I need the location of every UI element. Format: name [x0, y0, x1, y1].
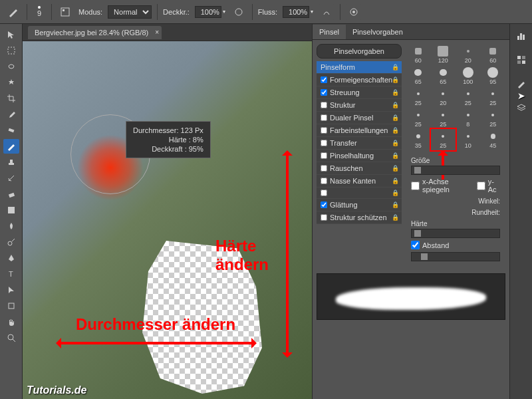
brush-preset[interactable]: 10 — [456, 129, 481, 150]
brush-size-preview[interactable]: 9 — [33, 5, 46, 19]
brush-tooltip: Durchmesser: 123 Px Härte : 8% Deckkraft… — [126, 121, 211, 158]
eraser-tool[interactable] — [3, 187, 19, 201]
crop-tool[interactable] — [3, 91, 19, 106]
histogram-icon[interactable] — [515, 29, 528, 43]
lock-icon: 🔒 — [392, 114, 399, 121]
mode-select[interactable]: Normal — [108, 5, 152, 19]
shape-checkbox[interactable] — [321, 89, 327, 96]
brush-preset[interactable]: 120 — [431, 44, 456, 65]
shape-option[interactable]: Rauschen🔒 — [317, 162, 402, 175]
lasso-tool[interactable] — [3, 59, 19, 74]
shape-checkbox[interactable] — [321, 165, 327, 172]
history-brush-tool[interactable] — [3, 171, 19, 186]
brush-preset[interactable]: 25 — [481, 86, 506, 108]
shape-option[interactable]: 🔒 — [317, 188, 402, 199]
tab-pinselvorgaben[interactable]: Pinselvorgaben — [346, 25, 410, 39]
heal-tool[interactable] — [3, 123, 19, 138]
document-tab[interactable]: Bergviecher.jpg bei 28.4% (RGB/8) × — [28, 26, 162, 39]
brush-preset[interactable]: 25 — [481, 108, 506, 129]
pen-tool[interactable] — [3, 251, 19, 265]
hardness-slider[interactable] — [411, 229, 500, 238]
shape-option[interactable]: Struktur🔒 — [317, 99, 402, 112]
shape-option[interactable]: Transfer🔒 — [317, 137, 402, 150]
shape-checkbox[interactable] — [321, 190, 327, 196]
pressure-size-icon[interactable] — [346, 4, 362, 20]
shape-checkbox[interactable] — [321, 114, 327, 121]
brush-preset[interactable]: 25 — [406, 86, 431, 108]
close-icon[interactable]: × — [155, 29, 159, 36]
blur-tool[interactable] — [3, 219, 19, 233]
brush-presets-icon[interactable] — [515, 77, 528, 90]
brush-preset[interactable]: 65 — [406, 65, 431, 86]
brush-preset[interactable]: 25 — [431, 129, 456, 150]
shape-checkbox[interactable] — [321, 178, 327, 184]
brush-preset[interactable]: 95 — [481, 65, 506, 86]
shape-option[interactable]: Pinselform🔒 — [317, 61, 402, 74]
dodge-tool[interactable] — [3, 235, 19, 249]
gradient-tool[interactable] — [3, 203, 19, 217]
brush-preset[interactable]: 25 — [456, 86, 481, 108]
brush-preset[interactable]: 8 — [456, 108, 481, 129]
harte-text: Härte ändern — [215, 237, 312, 274]
shape-option[interactable]: Glättung🔒 — [317, 199, 402, 211]
flow-input[interactable] — [283, 6, 309, 18]
size-slider[interactable] — [411, 166, 500, 175]
brush-preset[interactable]: 45 — [481, 129, 506, 150]
brush-preset[interactable]: 60 — [481, 44, 506, 65]
shape-checkbox[interactable] — [321, 127, 327, 134]
marquee-tool[interactable] — [3, 43, 19, 58]
shape-option[interactable]: Farbeinstellungen🔒 — [317, 124, 402, 137]
move-tool[interactable] — [3, 27, 19, 42]
eyedropper-tool[interactable] — [3, 107, 19, 122]
pinselvorgaben-button[interactable]: Pinselvorgaben — [317, 44, 402, 59]
shape-checkbox[interactable] — [321, 140, 327, 146]
layers-icon[interactable] — [515, 101, 528, 114]
pressure-opacity-icon[interactable] — [231, 4, 247, 20]
type-tool[interactable]: T — [3, 267, 19, 281]
brush-tool[interactable] — [3, 139, 19, 154]
svg-point-2 — [235, 9, 242, 15]
brush-preset[interactable]: 100 — [456, 65, 481, 86]
brush-preset[interactable]: 20 — [431, 86, 456, 108]
flip-y-checkbox[interactable] — [477, 182, 485, 190]
shape-option[interactable]: Pinselhaltung🔒 — [317, 150, 402, 162]
opacity-input[interactable] — [195, 6, 221, 18]
shape-option[interactable]: Formeigenschaften🔒 — [317, 74, 402, 86]
stamp-tool[interactable] — [3, 155, 19, 170]
wand-tool[interactable] — [3, 75, 19, 90]
zoom-tool[interactable] — [3, 331, 19, 345]
brush-panel-toggle[interactable] — [57, 4, 73, 20]
shape-option[interactable]: Struktur schützen🔒 — [317, 211, 402, 224]
path-select-tool[interactable] — [3, 283, 19, 297]
abstand-checkbox[interactable] — [411, 241, 420, 249]
brush-preset[interactable]: 20 — [456, 44, 481, 65]
shape-checkbox[interactable] — [321, 152, 327, 159]
swatches-icon[interactable] — [515, 53, 528, 66]
shape-tool[interactable] — [3, 299, 19, 313]
canvas[interactable]: Durchmesser: 123 Px Härte : 8% Deckkraft… — [23, 41, 312, 399]
airbrush-icon[interactable] — [319, 4, 334, 20]
shape-option[interactable]: Nasse Kanten🔒 — [317, 175, 402, 188]
flip-x-checkbox[interactable] — [411, 182, 420, 190]
svg-point-4 — [352, 11, 355, 13]
spacing-slider[interactable] — [411, 252, 500, 261]
brush-icon[interactable] — [5, 4, 21, 20]
shape-checkbox[interactable] — [321, 214, 327, 221]
brush-preset[interactable]: 25 — [406, 108, 431, 129]
hand-tool[interactable] — [3, 315, 19, 329]
options-bar: 9 Modus: Normal Deckkr.: ▾ Fluss: ▾ — [0, 0, 532, 24]
shape-checkbox[interactable] — [321, 76, 327, 83]
shape-checkbox[interactable] — [321, 201, 327, 208]
svg-rect-18 — [517, 56, 521, 59]
brush-preset[interactable]: 25 — [431, 108, 456, 129]
tab-pinsel[interactable]: Pinsel — [313, 25, 346, 39]
brush-preset[interactable]: 35 — [406, 129, 431, 150]
lock-icon: 🔒 — [392, 201, 399, 208]
shape-checkbox[interactable] — [321, 102, 327, 108]
shape-option[interactable]: Streuung🔒 — [317, 86, 402, 99]
document-tabs: Bergviecher.jpg bei 28.4% (RGB/8) × — [23, 24, 312, 41]
brush-preset[interactable]: 60 — [406, 44, 431, 65]
svg-line-10 — [12, 239, 15, 241]
brush-preset[interactable]: 65 — [431, 65, 456, 86]
shape-option[interactable]: Dualer Pinsel🔒 — [317, 112, 402, 124]
